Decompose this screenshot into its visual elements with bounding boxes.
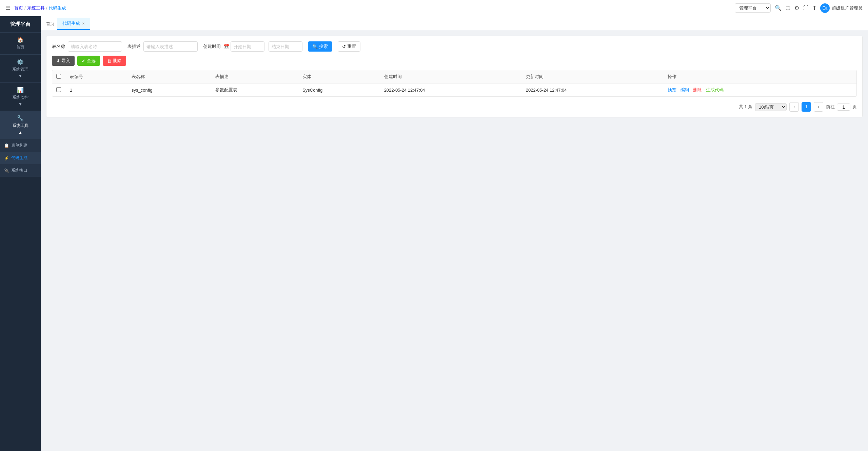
username-label: 超级租户管理员 [832,5,863,11]
tab-home-link[interactable]: 首页 [46,19,54,29]
chevron-down-icon2: ▼ [18,102,22,107]
generate-button[interactable]: ✔ 全选 [77,56,100,66]
header-right: 管理平台 🔍 ⬡ ⚙ ⛶ T Ea 超级租户管理员 [735,3,863,13]
sidebar: 管理平台 🏠 首页 ⚙️ 系统管理 ▼ 📊 系统监控 ▼ 🔧 系统工具 ▲ 📋 … [0,16,41,451]
table-row: 1 sys_config 参数配置表 SysConfig 2022-05-24 … [52,83,856,97]
breadcrumb-sep2: / [46,5,47,11]
home-icon: 🏠 [17,37,24,43]
sidebar-item-code-gen[interactable]: ⚡ 代码生成 [0,152,41,164]
th-updated-at: 更新时间 [522,70,664,83]
user-menu[interactable]: Ea 超级租户管理员 [820,3,863,13]
prev-page-button[interactable]: ‹ [789,102,799,112]
date-label: 创建时间 [203,43,221,50]
date-separator: - [266,44,267,49]
delete-btn-label: 删除 [113,58,122,64]
main-layout: 管理平台 🏠 首页 ⚙️ 系统管理 ▼ 📊 系统监控 ▼ 🔧 系统工具 ▲ 📋 … [0,16,868,451]
table-desc-input[interactable] [143,41,198,52]
import-button[interactable]: ⬇ 导入 [52,56,75,66]
form-builder-icon: 📋 [4,143,9,148]
form-item-table-name: 表名称 [52,41,122,52]
form-item-date: 创建时间 📅 - [203,41,302,52]
jump-to-label: 前往 [826,104,835,110]
th-description: 表描述 [211,70,298,83]
import-icon: ⬇ [56,58,60,63]
generate-btn-label: 全选 [87,58,96,64]
sidebar-item-system-api[interactable]: 🔌 系统接口 [0,164,41,177]
reset-button[interactable]: ↺ 重置 [338,41,360,52]
action-gen-code[interactable]: 生成代码 [706,87,724,92]
header-left: ☰ 首页 / 系统工具 / 代码生成 [5,5,66,11]
avatar: Ea [820,3,830,13]
action-edit[interactable]: 编辑 [680,87,689,92]
action-delete[interactable]: 删除 [693,87,702,92]
table-header-row: 表编号 表名称 表描述 实体 创建时间 更新时间 操作 [52,70,856,83]
code-gen-icon: ⚡ [4,156,9,161]
sidebar-logo: 管理平台 [0,16,41,33]
select-all-checkbox[interactable] [56,74,61,79]
row-checkbox[interactable] [56,87,61,92]
row-entity: SysConfig [298,83,380,97]
sidebar-item-home[interactable]: 🏠 首页 [0,33,41,55]
delete-button[interactable]: 🗑 删除 [103,56,126,66]
font-size-icon[interactable]: T [813,5,816,11]
row-id: 1 [66,83,127,97]
row-table-name: sys_config [127,83,211,97]
date-start-input[interactable] [231,41,264,52]
breadcrumb-system-tools-link[interactable]: 系统工具 [27,5,45,11]
row-updated-at: 2022-05-24 12:47:04 [522,83,664,97]
top-header: ☰ 首页 / 系统工具 / 代码生成 管理平台 🔍 ⬡ ⚙ ⛶ T Ea 超级租… [0,0,868,16]
next-page-button[interactable]: › [814,102,823,112]
tabs-container: 首页 代码生成 ✕ [41,16,868,30]
jump-unit-label: 页 [852,104,857,110]
page-size-selector[interactable]: 10条/页 20条/页 50条/页 [755,103,787,111]
tab-code-gen-label: 代码生成 [62,20,80,26]
table-name-input[interactable] [68,41,122,52]
table-desc-label: 表描述 [127,43,141,50]
content-area: 首页 代码生成 ✕ 表名称 表描述 [41,16,868,451]
tab-code-gen[interactable]: 代码生成 ✕ [57,18,90,30]
data-table: 表编号 表名称 表描述 实体 创建时间 更新时间 操作 [52,70,857,97]
sidebar-item-system-monitor-label: 系统监控 [12,95,28,100]
date-range: 📅 - [223,41,302,52]
breadcrumb-home-link[interactable]: 首页 [14,5,23,11]
search-button[interactable]: 🔍 搜索 [308,41,332,52]
github-icon[interactable]: ⬡ [786,5,790,11]
generate-icon: ✔ [82,58,85,63]
sidebar-item-system-tools[interactable]: 🔧 系统工具 ▲ [0,111,41,139]
action-preview[interactable]: 预览 [668,87,676,92]
chevron-down-icon: ▼ [18,74,22,78]
delete-icon: 🗑 [107,58,112,63]
row-created-at: 2022-05-24 12:47:04 [380,83,522,97]
sidebar-item-system-monitor[interactable]: 📊 系统监控 ▼ [0,83,41,111]
system-api-icon: 🔌 [4,168,9,173]
row-actions-cell: 预览 编辑 删除 生成代码 [664,83,856,97]
platform-selector[interactable]: 管理平台 [735,3,771,13]
th-id: 表编号 [66,70,127,83]
date-end-input[interactable] [269,41,302,52]
jump-input[interactable] [837,104,850,111]
page-content: 表名称 表描述 创建时间 📅 - [41,30,868,451]
import-btn-label: 导入 [61,58,70,64]
search-btn-label: 搜索 [319,43,328,50]
page-1-button[interactable]: 1 [802,102,811,112]
th-checkbox [52,70,66,83]
search-btn-icon: 🔍 [312,44,318,49]
reset-btn-label: 重置 [347,43,356,50]
tab-close-icon[interactable]: ✕ [82,22,85,25]
row-checkbox-cell [52,83,66,97]
system-monitor-icon: 📊 [17,87,24,93]
breadcrumb-sep1: / [24,5,26,11]
sidebar-item-form-builder-label: 表单构建 [11,143,27,148]
search-icon[interactable]: 🔍 [775,5,782,11]
pagination-jump: 前往 页 [826,104,857,111]
setting-icon[interactable]: ⚙ [794,5,799,11]
menu-toggle-icon[interactable]: ☰ [5,5,10,11]
calendar-icon: 📅 [223,44,229,49]
sidebar-item-system-mgmt-label: 系统管理 [12,67,28,72]
sidebar-item-form-builder[interactable]: 📋 表单构建 [0,139,41,152]
fullscreen-icon[interactable]: ⛶ [803,5,809,11]
sidebar-item-system-api-label: 系统接口 [11,168,27,173]
row-description: 参数配置表 [211,83,298,97]
sidebar-item-system-mgmt[interactable]: ⚙️ 系统管理 ▼ [0,55,41,83]
search-form: 表名称 表描述 创建时间 📅 - [52,41,857,52]
